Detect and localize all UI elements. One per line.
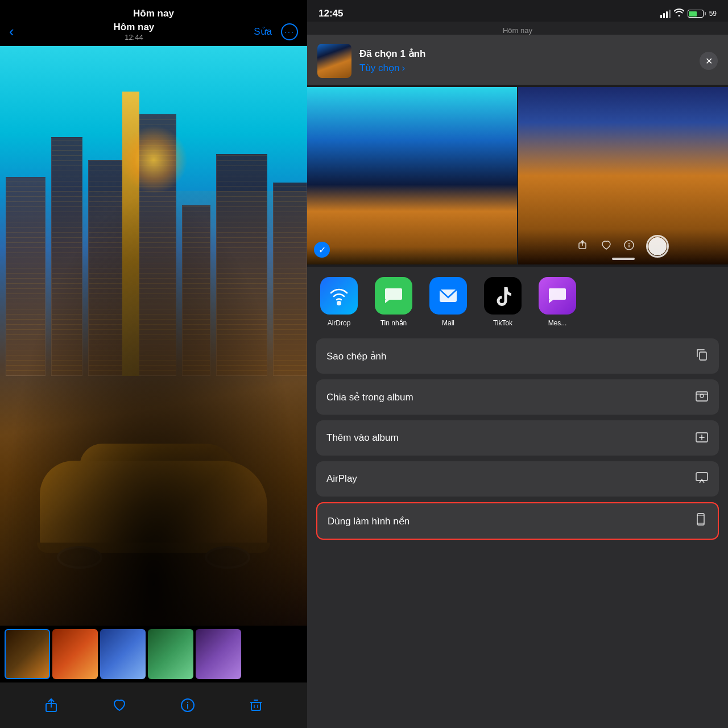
svg-rect-17 xyxy=(696,392,708,401)
nav-title-group: Hôm nay 12:44 xyxy=(114,22,155,42)
airplay-icon xyxy=(695,470,709,487)
app-tiktok[interactable]: TikTok xyxy=(480,277,526,327)
share-photo-right[interactable] xyxy=(518,87,728,264)
close-icon: ✕ xyxy=(705,56,713,67)
back-button[interactable]: ‹ xyxy=(9,23,14,40)
airdrop-label: AirDrop xyxy=(328,319,351,327)
wifi-icon xyxy=(674,9,684,19)
checkmark-badge: ✓ xyxy=(314,242,330,258)
signal-bars xyxy=(660,10,671,18)
battery-box xyxy=(688,10,704,18)
add-album-icon xyxy=(695,429,709,446)
battery-percent: 59 xyxy=(709,10,717,18)
action-list: Sao chép ảnh Chia sẻ trong album xyxy=(307,338,728,728)
battery-container xyxy=(688,10,706,18)
share-header: Đã chọn 1 ảnh Tùy chọn › ✕ xyxy=(307,35,728,85)
copy-icon xyxy=(695,348,709,365)
messages-label: Tin nhắn xyxy=(380,319,407,327)
page-indicator xyxy=(612,258,635,260)
share-album-icon xyxy=(695,388,709,406)
share-thumbnail xyxy=(317,44,351,78)
app-messages[interactable]: Tin nhắn xyxy=(371,277,416,327)
copy-label: Sao chép ảnh xyxy=(326,350,386,362)
tiktok-label: TikTok xyxy=(493,319,512,327)
more-apps-label: Mes... xyxy=(548,319,567,327)
action-add-album[interactable]: Thêm vào album xyxy=(316,420,719,456)
left-panel: Hôm nay ‹ Hôm nay 12:44 Sửa ··· xyxy=(0,0,307,728)
left-status-title: Hôm nay xyxy=(133,8,174,19)
blur-header-text: Hôm nay xyxy=(503,26,532,35)
info-mini-icon xyxy=(623,239,635,254)
signal-bar-4 xyxy=(669,10,671,18)
action-copy[interactable]: Sao chép ảnh xyxy=(316,338,719,374)
airdrop-icon xyxy=(320,277,358,315)
thumbnail-2[interactable] xyxy=(52,629,98,679)
nav-title: Hôm nay xyxy=(114,22,155,33)
wallpaper-label: Dùng làm hình nền xyxy=(328,515,410,527)
more-button[interactable]: ··· xyxy=(281,23,298,40)
edit-button[interactable]: Sửa xyxy=(254,26,272,38)
share-button[interactable] xyxy=(39,693,64,718)
thumbnail-3[interactable] xyxy=(100,629,146,679)
svg-rect-16 xyxy=(700,352,706,360)
share-photo-strip: ✓ xyxy=(307,85,728,267)
messages-icon xyxy=(375,277,412,315)
sun-glow xyxy=(119,126,188,194)
left-status-bar: Hôm nay xyxy=(0,0,307,22)
signal-bar-3 xyxy=(666,11,668,18)
app-more[interactable]: Mes... xyxy=(535,277,580,327)
more-dots-icon: ··· xyxy=(284,27,295,36)
share-photo-left[interactable]: ✓ xyxy=(307,87,517,264)
status-icons: 59 xyxy=(660,9,717,19)
thumbnail-inner xyxy=(317,44,351,78)
app-row: AirDrop Tin nhắn Mail xyxy=(307,267,728,334)
thumbnail-1[interactable] xyxy=(5,629,50,679)
left-nav-bar: ‹ Hôm nay 12:44 Sửa ··· xyxy=(0,22,307,46)
blur-header: Hôm nay xyxy=(307,22,728,35)
share-album-label: Chia sẻ trong album xyxy=(326,391,413,403)
share-sheet: Đã chọn 1 ảnh Tùy chọn › ✕ ✓ xyxy=(307,35,728,728)
share-header-text: Đã chọn 1 ảnh Tùy chọn › xyxy=(359,48,692,74)
nav-subtitle: 12:44 xyxy=(114,33,155,42)
status-time: 12:45 xyxy=(318,8,343,19)
signal-bar-1 xyxy=(660,15,662,18)
main-photo xyxy=(0,46,307,626)
mini-toolbar xyxy=(578,235,669,258)
thumbnail-5[interactable] xyxy=(196,629,241,679)
mail-label: Mail xyxy=(442,319,454,327)
car-overlay xyxy=(0,191,307,626)
heart-mini-icon xyxy=(601,239,612,254)
wallpaper-icon xyxy=(694,512,708,530)
thumbnail-strip xyxy=(0,626,307,682)
app-airdrop[interactable]: AirDrop xyxy=(316,277,362,327)
action-share-album[interactable]: Chia sẻ trong album xyxy=(316,379,719,415)
right-panel: 12:45 59 xyxy=(307,0,728,728)
nav-actions: Sửa ··· xyxy=(254,23,298,40)
trash-button[interactable] xyxy=(243,693,268,718)
svg-rect-5 xyxy=(251,702,260,710)
thumbnail-4[interactable] xyxy=(148,629,193,679)
action-airplay[interactable]: AirPlay xyxy=(316,461,719,497)
info-button[interactable] xyxy=(175,693,200,718)
airplay-label: AirPlay xyxy=(326,473,357,485)
mail-icon xyxy=(429,277,467,315)
like-button[interactable] xyxy=(107,693,132,718)
add-album-label: Thêm vào album xyxy=(326,432,399,444)
chevron-right-icon: › xyxy=(402,63,405,74)
capture-inner xyxy=(648,237,667,255)
capture-button[interactable] xyxy=(646,235,669,258)
more-apps-icon xyxy=(539,277,576,315)
selected-count: Đã chọn 1 ảnh xyxy=(359,48,692,60)
bottom-toolbar xyxy=(0,682,307,728)
close-button[interactable]: ✕ xyxy=(700,52,718,70)
signal-bar-2 xyxy=(663,13,665,18)
options-button[interactable]: Tùy chọn › xyxy=(359,62,692,74)
battery-fill xyxy=(689,11,697,16)
app-mail[interactable]: Mail xyxy=(425,277,471,327)
right-status-bar: 12:45 59 xyxy=(307,0,728,22)
action-wallpaper[interactable]: Dùng làm hình nền xyxy=(316,502,719,540)
svg-point-4 xyxy=(187,702,188,703)
tiktok-icon xyxy=(484,277,522,315)
share-mini-icon xyxy=(578,239,589,254)
battery-tip xyxy=(705,12,706,15)
